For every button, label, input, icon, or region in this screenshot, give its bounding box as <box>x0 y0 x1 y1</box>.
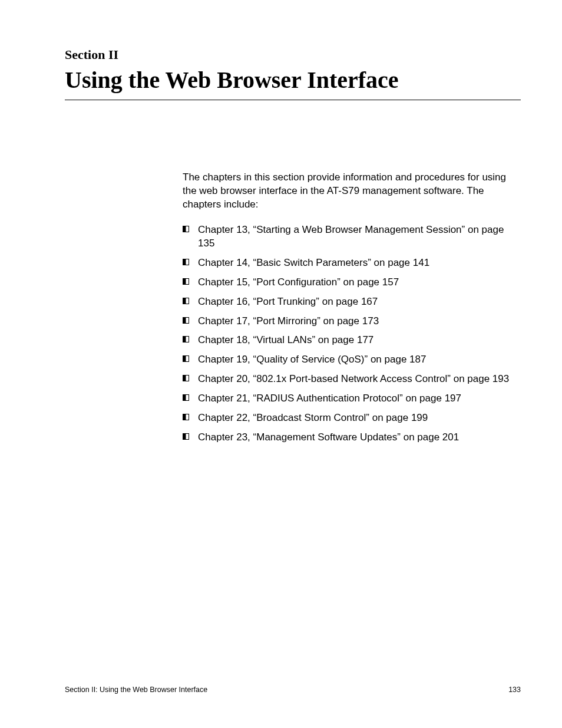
bullet-icon <box>183 317 189 324</box>
list-item-text: Chapter 21, “RADIUS Authentication Proto… <box>198 393 461 404</box>
list-item: Chapter 15, “Port Configuration” on page… <box>183 276 515 289</box>
list-item-text: Chapter 15, “Port Configuration” on page… <box>198 276 399 288</box>
list-item: Chapter 17, “Port Mirroring” on page 173 <box>183 315 515 328</box>
list-item: Chapter 21, “RADIUS Authentication Proto… <box>183 392 515 406</box>
bullet-icon <box>183 259 189 265</box>
list-item-text: Chapter 14, “Basic Switch Parameters” on… <box>198 257 429 268</box>
svg-rect-1 <box>183 226 186 232</box>
section-label: Section II <box>65 47 521 62</box>
list-item: Chapter 18, “Virtual LANs” on page 177 <box>183 334 515 347</box>
svg-rect-9 <box>183 317 186 323</box>
bullet-icon <box>183 394 189 401</box>
list-item: Chapter 13, “Starting a Web Browser Mana… <box>183 223 515 251</box>
list-item: Chapter 23, “Management Software Updates… <box>183 431 515 444</box>
content-block: The chapters in this section provide inf… <box>183 171 515 444</box>
list-item-text: Chapter 22, “Broadcast Storm Control” on… <box>198 412 428 423</box>
svg-rect-19 <box>183 414 186 420</box>
list-item: Chapter 19, “Quality of Service (QoS)” o… <box>183 353 515 367</box>
bullet-icon <box>183 298 189 304</box>
bullet-icon <box>183 433 189 440</box>
svg-rect-11 <box>183 337 186 342</box>
list-item: Chapter 14, “Basic Switch Parameters” on… <box>183 256 515 270</box>
bullet-icon <box>183 226 189 232</box>
svg-rect-3 <box>183 259 186 265</box>
list-item-text: Chapter 23, “Management Software Updates… <box>198 431 459 443</box>
list-item: Chapter 20, “802.1x Port-based Network A… <box>183 373 515 386</box>
svg-rect-21 <box>183 434 186 440</box>
list-item-text: Chapter 20, “802.1x Port-based Network A… <box>198 373 509 384</box>
svg-rect-17 <box>183 395 186 401</box>
list-item: Chapter 22, “Broadcast Storm Control” on… <box>183 411 515 425</box>
svg-rect-15 <box>183 375 186 381</box>
bullet-icon <box>183 375 189 381</box>
bullet-icon <box>183 336 189 342</box>
svg-rect-7 <box>183 298 186 304</box>
document-page: Section II Using the Web Browser Interfa… <box>0 0 562 728</box>
svg-rect-5 <box>183 278 186 284</box>
page-title: Using the Web Browser Interface <box>65 66 521 100</box>
intro-paragraph: The chapters in this section provide inf… <box>183 171 515 212</box>
list-item-text: Chapter 13, “Starting a Web Browser Mana… <box>198 224 504 249</box>
bullet-icon <box>183 355 189 362</box>
list-item: Chapter 16, “Port Trunking” on page 167 <box>183 295 515 309</box>
list-item-text: Chapter 16, “Port Trunking” on page 167 <box>198 296 378 307</box>
svg-rect-13 <box>183 356 186 362</box>
list-item-text: Chapter 18, “Virtual LANs” on page 177 <box>198 334 373 345</box>
list-item-text: Chapter 17, “Port Mirroring” on page 173 <box>198 315 379 327</box>
page-footer: Section II: Using the Web Browser Interf… <box>65 686 521 694</box>
bullet-icon <box>183 278 189 285</box>
footer-page-number: 133 <box>508 686 521 694</box>
chapter-list: Chapter 13, “Starting a Web Browser Mana… <box>183 223 515 444</box>
bullet-icon <box>183 414 189 420</box>
list-item-text: Chapter 19, “Quality of Service (QoS)” o… <box>198 354 426 365</box>
footer-section-text: Section II: Using the Web Browser Interf… <box>65 686 207 694</box>
